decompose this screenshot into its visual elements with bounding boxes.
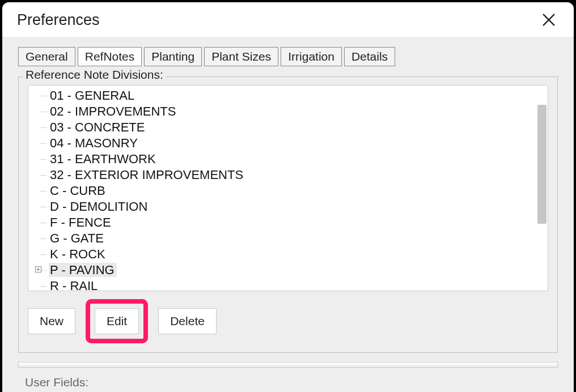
divisions-group: Reference Note Divisions: 01 - GENERAL02… [18, 76, 558, 353]
new-button[interactable]: New [28, 308, 75, 334]
scrollbar-thumb[interactable] [537, 105, 547, 224]
tree-item[interactable]: F - FENCE [42, 215, 548, 231]
tree-item[interactable]: 01 - GENERAL [42, 88, 548, 104]
tree-item-label: P - PAVING [49, 263, 117, 277]
tab-plant-sizes[interactable]: Plant Sizes [204, 47, 278, 66]
tab-irrigation[interactable]: Irrigation [281, 47, 342, 66]
titlebar: Preferences [2, 2, 574, 37]
tree-item-label: 02 - IMPROVEMENTS [49, 104, 178, 118]
tab-planting[interactable]: Planting [144, 47, 202, 66]
window-title: Preferences [17, 11, 100, 29]
tab-details[interactable]: Details [344, 47, 395, 66]
tree-item[interactable]: R - RAIL [42, 278, 548, 291]
divisions-button-row: New Edit Delete [28, 299, 548, 343]
tree-item[interactable]: 02 - IMPROVEMENTS [42, 104, 548, 120]
tree-item[interactable]: 31 - EARTHWORK [42, 151, 548, 167]
below-divisions: User Fields: [18, 362, 558, 389]
tree-item-label: D - DEMOLITION [49, 199, 150, 214]
tree-item-label: G - GATE [49, 231, 106, 245]
tree-item-label: C - CURB [49, 184, 108, 198]
expand-icon[interactable]: + [35, 266, 41, 272]
tree-item-label: F - FENCE [49, 215, 113, 229]
client-area: GeneralRefNotesPlantingPlant SizesIrriga… [2, 37, 574, 392]
divider-bar [18, 362, 558, 368]
tree-item-label: 32 - EXTERIOR IMPROVEMENTS [49, 168, 245, 182]
tree-item-label: 31 - EARTHWORK [49, 152, 158, 166]
user-fields-label: User Fields: [25, 376, 558, 389]
tab-refnotes[interactable]: RefNotes [78, 47, 142, 66]
tree-item[interactable]: 04 - MASONRY [42, 135, 548, 151]
preferences-window: Preferences GeneralRefNotesPlantingPlant… [2, 2, 574, 392]
tree-item[interactable]: G - GATE [42, 231, 548, 246]
tree-item[interactable]: C - CURB [42, 183, 548, 199]
tree-item[interactable]: K - ROCK [42, 246, 548, 262]
tree-item[interactable]: 03 - CONCRETE [42, 120, 548, 135]
close-icon[interactable] [541, 12, 557, 28]
edit-button-highlight: Edit [86, 299, 148, 343]
delete-button[interactable]: Delete [158, 308, 217, 334]
divisions-group-label: Reference Note Divisions: [23, 68, 166, 82]
tree-item-label: 03 - CONCRETE [49, 120, 147, 134]
tree-item[interactable]: +P - PAVING [42, 262, 548, 278]
tree-item-label: R - RAIL [49, 279, 100, 291]
edit-button[interactable]: Edit [95, 308, 139, 334]
tab-general[interactable]: General [18, 47, 75, 66]
tab-bar: GeneralRefNotesPlantingPlant SizesIrriga… [18, 47, 558, 66]
tree-item-label: 04 - MASONRY [49, 136, 140, 150]
tree-item[interactable]: D - DEMOLITION [42, 199, 548, 215]
tree-item-label: K - ROCK [49, 247, 108, 261]
tree-item[interactable]: 32 - EXTERIOR IMPROVEMENTS [42, 167, 548, 183]
tree-item-label: 01 - GENERAL [49, 88, 137, 103]
divisions-tree[interactable]: 01 - GENERAL02 - IMPROVEMENTS03 - CONCRE… [28, 85, 548, 291]
